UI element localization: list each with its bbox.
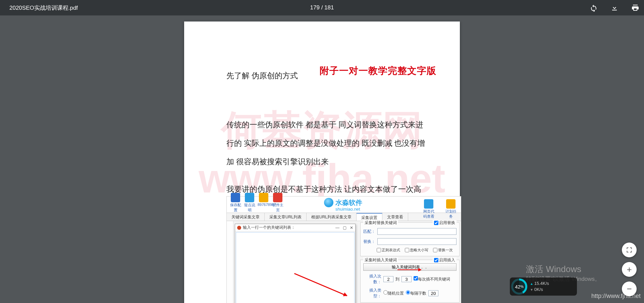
rand-radio[interactable]: 随机位置 (383, 290, 404, 296)
replace-label: 替换： (363, 239, 375, 245)
zoom-in-button[interactable]: + (622, 262, 637, 277)
times-to[interactable] (401, 276, 412, 282)
to-label: 到 (395, 276, 399, 282)
close-icon[interactable]: ✕ (350, 225, 353, 230)
tab-1[interactable]: 采集文章URL列表 (265, 213, 307, 221)
zoom-out-button[interactable]: − (622, 282, 637, 296)
replace-input[interactable] (377, 238, 457, 245)
page-indicator: 179 / 181 (310, 4, 334, 11)
zoom-controls: + − (622, 243, 637, 296)
regex-checkbox[interactable]: 正则表达式 (377, 248, 400, 253)
group-title-replace: 采集时替换关键词 (363, 220, 398, 226)
keyword-dialog: 输入一行一个的关键词列表： —▢✕ (235, 224, 356, 303)
dialog-icon (237, 226, 241, 230)
download-speed: 0K/s (530, 287, 549, 293)
download-icon[interactable] (610, 3, 619, 12)
doc-paragraph-1: 先了解 伪原创的方式 (226, 67, 426, 85)
insert-group: 采集时插入关键词 启用插入 输入关键词列表．． 插入次数： 到 每次插不同关键词 (360, 260, 460, 303)
minimize-icon[interactable]: — (335, 225, 339, 230)
tab-2[interactable]: 根据URL列表采集文章 (307, 213, 357, 221)
maximize-icon[interactable]: ▢ (343, 225, 346, 230)
red-arrow-1 (294, 273, 347, 296)
file-name: 2020SEO实战培训课程.pdf (9, 4, 78, 12)
pdf-page: 何基资源网 www.fjha.net 附子一对一教学完整文字版 先了解 伪原创的… (184, 21, 460, 303)
app-toolbar: 保存配置疑点说明897678907软件主页 水淼软件 shuimiao.net … (227, 197, 461, 213)
enable-replace-checkbox[interactable]: 启用替换 (433, 220, 457, 226)
case-checkbox[interactable]: 忽略大小写 (405, 248, 428, 253)
brand-name: 水淼软件 (335, 198, 362, 207)
pdf-viewer-toolbar: 2020SEO实战培训课程.pdf 179 / 181 (0, 0, 644, 15)
embedded-app-screenshot: 保存配置疑点说明897678907软件主页 水淼软件 shuimiao.net … (226, 196, 461, 303)
network-speed-widget[interactable]: 42% 15.4K/s 0K/s (510, 277, 577, 296)
tab-3[interactable]: 采集设置 (357, 213, 382, 221)
times-from[interactable] (383, 276, 393, 282)
every-value[interactable] (428, 290, 438, 296)
water-drop-icon (324, 198, 333, 207)
toolbar-icon[interactable]: 897678907 (258, 193, 270, 213)
red-arrow-2 (397, 269, 421, 270)
upload-speed: 15.4K/s (530, 280, 549, 287)
rotate-icon[interactable] (589, 3, 598, 12)
once-checkbox[interactable]: 替换一次 (433, 248, 453, 253)
match-input[interactable] (377, 228, 457, 235)
tab-4[interactable]: 文章查看 (382, 213, 408, 221)
brand-domain: shuimiao.net (335, 207, 360, 212)
tab-0[interactable]: 关键词采集文章 (227, 213, 265, 221)
speed-ring: 42% (511, 278, 527, 295)
times-label: 插入次数： (363, 273, 381, 285)
toolbar-right-icon[interactable]: 网页代码查看 (422, 199, 435, 219)
app-brand: 水淼软件 shuimiao.net (324, 198, 362, 207)
replace-group: 采集时替换关键词 启用替换 匹配： 替换： 正则表达式 忽略大小写 替换一次 (360, 222, 460, 256)
dialog-textarea[interactable] (236, 232, 355, 303)
app-left-panel (227, 221, 233, 303)
doc-paragraph-2: 传统的一些伪原创软件 都是基于 同义词替换这种方式来进行的 实际上的原文的调整是… (226, 116, 426, 171)
diff-checkbox[interactable]: 每次插不同关键词 (414, 276, 450, 282)
toolbar-icon[interactable]: 软件主页 (272, 193, 284, 213)
toolbar-right-icon[interactable]: 计划任务 (444, 199, 458, 219)
dialog-title: 输入一行一个的关键词列表： (243, 225, 295, 230)
print-icon[interactable] (631, 3, 640, 12)
type-label: 插入类型： (363, 288, 381, 299)
toolbar-icon[interactable]: 保存配置 (229, 193, 241, 213)
group-title-insert: 采集时插入关键词 (363, 257, 398, 263)
fit-page-button[interactable] (622, 243, 637, 257)
enable-insert-checkbox[interactable]: 启用插入 (433, 257, 457, 263)
match-label: 匹配： (363, 229, 375, 234)
every-radio[interactable]: 每隔字数 (406, 290, 426, 296)
toolbar-icon[interactable]: 疑点说明 (244, 193, 256, 213)
page-viewport[interactable]: 何基资源网 www.fjha.net 附子一对一教学完整文字版 先了解 伪原创的… (0, 15, 644, 303)
